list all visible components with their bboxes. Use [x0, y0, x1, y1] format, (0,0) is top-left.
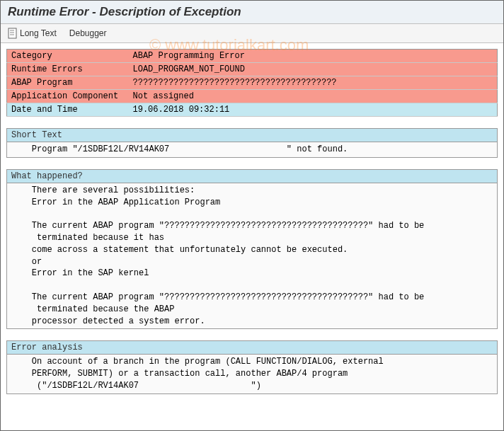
info-label: Runtime Errors [7, 63, 129, 76]
info-row: CategoryABAP Programming Error [7, 50, 498, 63]
text-line: There are several possibilities: [11, 185, 493, 197]
info-row: Runtime ErrorsLOAD_PROGRAM_NOT_FOUND [7, 63, 498, 76]
text-line [11, 208, 493, 220]
long-text-button[interactable]: Long Text [8, 28, 57, 39]
long-text-label: Long Text [20, 28, 57, 38]
text-line: Program "/1SDBF12L/RV14AK07 " not found. [11, 144, 493, 156]
info-row: ABAP Program????????????????????????????… [7, 76, 498, 90]
what-happened-body: There are several possibilities: Error i… [7, 183, 497, 329]
text-line [11, 280, 493, 292]
text-line: ("/1SDBF12L/RV14AK07 ") [11, 380, 493, 392]
debugger-button[interactable]: Debugger [69, 28, 107, 38]
error-analysis-section: Error analysis On account of a branch in… [6, 340, 498, 393]
toolbar: Long Text Debugger [1, 24, 503, 43]
info-row: Application ComponentNot assigned [7, 90, 498, 103]
page-title: Runtime Error - Description of Exception [8, 5, 496, 19]
content-area: CategoryABAP Programming ErrorRuntime Er… [1, 43, 503, 411]
what-happened-section: What happened? There are several possibi… [6, 169, 498, 330]
error-analysis-header: Error analysis [7, 341, 497, 355]
svg-rect-0 [8, 28, 16, 38]
error-analysis-body: On account of a branch in the program (C… [7, 355, 497, 393]
text-line: PERFORM, SUBMIT) or a transaction call, … [11, 368, 493, 380]
text-line: Error in the SAP kernel [11, 268, 493, 280]
info-label: Category [7, 50, 129, 63]
short-text-section: Short Text Program "/1SDBF12L/RV14AK07 "… [6, 128, 498, 158]
info-label: Application Component [7, 90, 129, 103]
info-value: ???????????????????????????????????????? [129, 76, 498, 90]
info-value: 19.06.2018 09:32:11 [129, 103, 498, 117]
text-line: processor detected a system error. [11, 316, 493, 328]
text-line: The current ABAP program "??????????????… [11, 292, 493, 304]
debugger-label: Debugger [69, 28, 107, 38]
info-label: ABAP Program [7, 76, 129, 90]
title-bar: Runtime Error - Description of Exception [1, 1, 503, 24]
text-line: terminated because it has [11, 232, 493, 244]
what-happened-header: What happened? [7, 170, 497, 183]
info-value: LOAD_PROGRAM_NOT_FOUND [129, 63, 498, 76]
short-text-header: Short Text [7, 129, 497, 142]
info-label: Date and Time [7, 103, 129, 117]
short-text-body: Program "/1SDBF12L/RV14AK07 " not found. [7, 142, 497, 157]
document-icon [8, 28, 18, 39]
text-line: come across a statement that unfortunate… [11, 244, 493, 256]
text-line: terminated because the ABAP [11, 304, 493, 316]
info-table: CategoryABAP Programming ErrorRuntime Er… [6, 49, 498, 117]
text-line: The current ABAP program "??????????????… [11, 220, 493, 232]
text-line: Error in the ABAP Application Program [11, 197, 493, 209]
info-value: ABAP Programming Error [129, 50, 498, 63]
text-line: On account of a branch in the program (C… [11, 356, 493, 368]
text-line: or [11, 256, 493, 268]
info-row: Date and Time19.06.2018 09:32:11 [7, 103, 498, 117]
info-value: Not assigned [129, 90, 498, 103]
